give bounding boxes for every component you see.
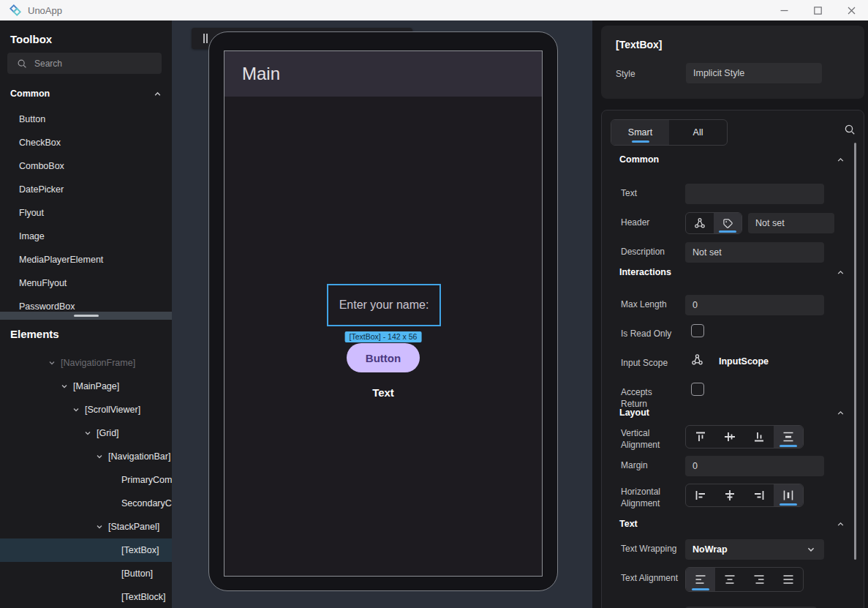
properties-scrollbar[interactable] bbox=[854, 143, 856, 560]
canvas-button[interactable]: Button bbox=[347, 343, 420, 372]
tree-item-navigationframe[interactable]: [NavigationFrame] bbox=[0, 351, 172, 375]
selected-element-name: [TextBox] bbox=[616, 39, 663, 50]
is-read-only-checkbox[interactable] bbox=[691, 324, 704, 337]
chevron-down-icon[interactable] bbox=[72, 406, 80, 413]
style-value-input[interactable]: Implicit Style bbox=[686, 63, 822, 83]
app-title: UnoApp bbox=[28, 5, 62, 16]
search-icon bbox=[17, 59, 27, 69]
chevron-down-icon[interactable] bbox=[96, 453, 103, 460]
section-layout[interactable]: Layout bbox=[619, 405, 845, 421]
tab-all[interactable]: All bbox=[669, 120, 727, 145]
selected-element-card: [TextBox] Style Implicit Style bbox=[601, 26, 864, 99]
tag-icon bbox=[722, 218, 733, 229]
text-wrapping-select[interactable]: NoWrap bbox=[685, 539, 824, 560]
canvas-textblock[interactable]: Text bbox=[224, 386, 542, 399]
align-vstretch-button[interactable] bbox=[774, 426, 803, 448]
toolbox-item-image[interactable]: Image bbox=[0, 225, 172, 248]
tree-item-secondarycommands[interactable]: SecondaryCo bbox=[0, 492, 172, 515]
align-hcenter-button[interactable] bbox=[715, 484, 744, 506]
design-canvas: Main Enter your name: [TextBox] - 142 x … bbox=[172, 20, 592, 608]
toolbox-item-datepicker[interactable]: DatePicker bbox=[0, 178, 172, 201]
device-frame: Main Enter your name: [TextBox] - 142 x … bbox=[208, 31, 558, 591]
tree-item-navigationbar[interactable]: [NavigationBar] bbox=[0, 445, 172, 468]
margin-input[interactable]: 0 bbox=[685, 456, 824, 476]
vertical-alignment-group bbox=[685, 425, 804, 449]
selection-size-badge: [TextBox] - 142 x 56 bbox=[345, 331, 422, 342]
chevron-down-icon bbox=[807, 545, 815, 554]
maximize-button[interactable] bbox=[801, 0, 834, 20]
tree-item-primarycommands[interactable]: PrimaryComm bbox=[0, 468, 172, 492]
style-label: Style bbox=[616, 69, 635, 79]
section-interactions[interactable]: Interactions bbox=[619, 264, 845, 280]
active-segment-indicator bbox=[780, 445, 797, 447]
tree-item-mainpage[interactable]: [MainPage] bbox=[0, 375, 172, 398]
active-segment-indicator bbox=[780, 503, 797, 506]
section-common[interactable]: Common bbox=[619, 151, 845, 168]
tree-item-textbox[interactable]: [TextBox] bbox=[0, 538, 172, 562]
toolbox-item-combobox[interactable]: ComboBox bbox=[0, 154, 172, 178]
text-value-input[interactable] bbox=[685, 184, 824, 204]
header-value-input[interactable]: Not set bbox=[748, 213, 834, 233]
toolbox-item-checkbox[interactable]: CheckBox bbox=[0, 131, 172, 154]
text-align-justify-button[interactable] bbox=[774, 568, 803, 591]
chevron-up-icon bbox=[154, 90, 162, 98]
align-top-button[interactable] bbox=[686, 426, 715, 448]
binding-mode-button[interactable] bbox=[686, 213, 714, 233]
tree-item-button[interactable]: [Button] bbox=[0, 562, 172, 585]
tab-smart[interactable]: Smart bbox=[611, 120, 669, 145]
tree-item-textblock[interactable]: [TextBlock] bbox=[0, 585, 172, 608]
literal-mode-button[interactable] bbox=[714, 213, 741, 233]
toolbox-item-button[interactable]: Button bbox=[0, 108, 172, 131]
chevron-down-icon[interactable] bbox=[96, 523, 103, 530]
text-alignment-group bbox=[685, 567, 804, 592]
toolbox-item-mediaplayerelement[interactable]: MediaPlayerElement bbox=[0, 248, 172, 271]
section-text[interactable]: Text bbox=[619, 516, 845, 532]
description-value-input[interactable]: Not set bbox=[685, 242, 824, 263]
tree-item-stackpanel[interactable]: [StackPanel] bbox=[0, 515, 172, 538]
margin-label: Margin bbox=[621, 460, 681, 472]
align-right-button[interactable] bbox=[744, 484, 774, 506]
align-hstretch-button[interactable] bbox=[774, 484, 803, 506]
horizontal-alignment-group bbox=[685, 484, 804, 507]
left-sidebar: Toolbox Search Common Button CheckBox Co… bbox=[0, 20, 172, 608]
titlebar: UnoApp bbox=[0, 0, 868, 20]
device-screen[interactable]: Main Enter your name: [TextBox] - 142 x … bbox=[224, 50, 543, 577]
active-tab-indicator bbox=[632, 140, 649, 143]
input-scope-label: Input Scope bbox=[621, 358, 681, 369]
chevron-up-icon bbox=[837, 156, 845, 164]
align-vcenter-button[interactable] bbox=[715, 426, 744, 448]
text-align-left-button[interactable] bbox=[686, 568, 715, 591]
chevron-down-icon[interactable] bbox=[84, 429, 91, 437]
toolbox-item-menuflyout[interactable]: MenuFlyout bbox=[0, 271, 172, 295]
chevron-up-icon bbox=[837, 520, 845, 528]
text-label: Text bbox=[621, 188, 681, 200]
accepts-return-checkbox[interactable] bbox=[691, 383, 704, 396]
align-bottom-button[interactable] bbox=[744, 426, 774, 448]
tree-item-grid[interactable]: [Grid] bbox=[0, 421, 172, 445]
vertical-alignment-label: Vertical Alignment bbox=[621, 428, 681, 451]
binding-icon[interactable] bbox=[691, 353, 703, 369]
uno-logo-icon bbox=[9, 4, 22, 17]
description-label: Description bbox=[621, 247, 681, 258]
toolbox-search-input[interactable]: Search bbox=[7, 53, 162, 74]
pane-splitter[interactable] bbox=[0, 312, 172, 320]
canvas-textbox-selected[interactable]: Enter your name: bbox=[327, 284, 441, 326]
input-scope-value[interactable]: InputScope bbox=[719, 356, 769, 367]
text-align-right-button[interactable] bbox=[744, 568, 774, 591]
app-window: UnoApp Toolbox Search Common Button Chec… bbox=[0, 0, 868, 608]
max-length-input[interactable]: 0 bbox=[685, 295, 824, 315]
toolbox-section-common[interactable]: Common bbox=[10, 89, 162, 99]
close-button[interactable] bbox=[834, 0, 868, 20]
properties-card: Smart All Common Text Header bbox=[601, 110, 864, 608]
properties-search-icon[interactable] bbox=[844, 124, 856, 138]
align-left-button[interactable] bbox=[686, 484, 715, 506]
property-tabs: Smart All bbox=[611, 119, 728, 146]
text-align-center-button[interactable] bbox=[715, 568, 744, 591]
chevron-down-icon[interactable] bbox=[48, 359, 56, 367]
chevron-down-icon[interactable] bbox=[61, 383, 68, 390]
text-alignment-label: Text Alignment bbox=[621, 573, 681, 585]
tree-item-scrollviewer[interactable]: [ScrollViewer] bbox=[0, 398, 172, 421]
chevron-up-icon bbox=[837, 269, 845, 277]
minimize-button[interactable] bbox=[767, 0, 801, 20]
toolbox-item-flyout[interactable]: Flyout bbox=[0, 201, 172, 225]
